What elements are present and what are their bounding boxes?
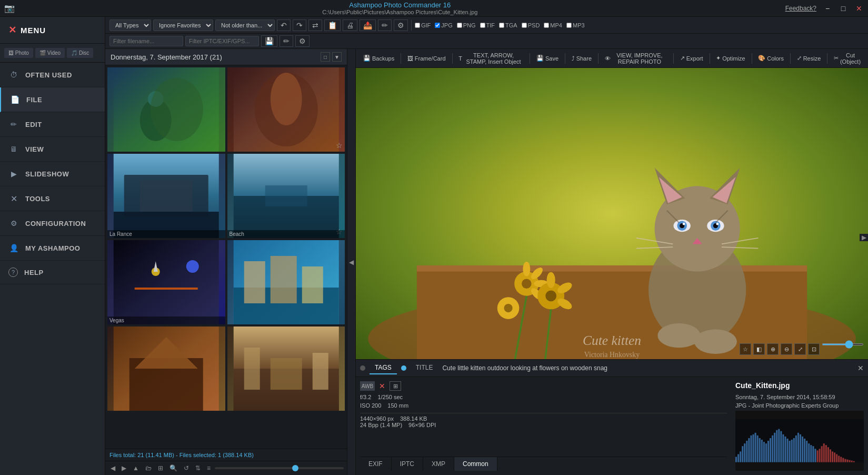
preview-star-button[interactable]: ☆ <box>740 343 751 355</box>
nav-sort-button[interactable]: ⇅ <box>193 463 203 473</box>
photo-item-8[interactable] <box>227 326 345 411</box>
feedback-link[interactable]: Feedback? <box>785 5 816 12</box>
gif-check[interactable]: GIF <box>415 22 431 28</box>
preview-btn4[interactable]: ⤢ <box>794 343 806 355</box>
iptc-tab[interactable]: IPTC <box>392 457 423 471</box>
nav-filter-button[interactable]: ≡ <box>205 463 213 473</box>
preview-btn1[interactable]: ◧ <box>753 343 765 355</box>
filter-filename-input[interactable] <box>109 36 183 46</box>
date-collapse-button[interactable]: □ <box>321 52 330 62</box>
title-dot-icon <box>401 365 406 371</box>
save-button[interactable]: 💾 Save <box>533 53 562 63</box>
xmp-tab[interactable]: XMP <box>423 457 454 471</box>
photo-item-2[interactable]: ☆ <box>227 67 345 152</box>
menu-close-icon[interactable]: ✕ <box>8 24 16 36</box>
preview-zoom-slider[interactable] <box>822 343 864 345</box>
nav-refresh-button[interactable]: ↺ <box>182 463 191 473</box>
export-icon-button[interactable]: ⇄ <box>308 19 322 31</box>
colors-button[interactable]: 🎨 Colors <box>755 53 787 63</box>
mp3-check[interactable]: MP3 <box>566 22 585 28</box>
photo-item-5[interactable]: Vegas <box>107 240 225 324</box>
preview-btn5[interactable]: ⊡ <box>808 343 820 355</box>
preview-btn3[interactable]: ⊖ <box>781 343 792 355</box>
photo-item-4[interactable]: ☆ Beach <box>227 154 345 238</box>
sidebar-btn3[interactable]: 🎵 Disc <box>67 48 93 58</box>
rotate-right-button[interactable]: ↷ <box>293 19 306 31</box>
sidebar-item-my-ashampoo[interactable]: 👤 MY ASHAMPOO <box>0 236 105 261</box>
photo-item-3[interactable]: La Rance <box>107 154 225 238</box>
cut-object-button[interactable]: ✂ Cut (Object) <box>831 51 864 66</box>
backups-button[interactable]: 💾 Backups <box>360 53 397 63</box>
jpg-check[interactable]: JPG <box>435 22 452 28</box>
share-toolbar-button[interactable]: 📤 <box>360 19 376 31</box>
photo-item-1[interactable] <box>107 67 225 152</box>
sidebar-item-slideshow[interactable]: ▶ SLIDESHOW <box>0 162 105 186</box>
folder-nav-button[interactable]: 💾 <box>261 35 277 47</box>
favorites-dropdown[interactable]: Ignore Favorites <box>153 19 213 31</box>
sidebar-item-view[interactable]: 🖥 VIEW <box>0 137 105 162</box>
crop-button[interactable]: ⊞ <box>390 381 401 391</box>
filter-apply-button[interactable]: ⚙ <box>295 35 310 47</box>
png-check[interactable]: PNG <box>457 22 476 28</box>
edit-filter-button[interactable]: ✏ <box>280 35 293 47</box>
export-button[interactable]: ↗ Export <box>677 53 706 63</box>
restore-button[interactable]: □ <box>839 4 848 13</box>
preview-expand-button[interactable]: ▶ <box>860 234 868 241</box>
date-dropdown[interactable]: Not older than... <box>215 19 275 31</box>
nav-folder-button[interactable]: 🗁 <box>143 463 154 473</box>
psd-check[interactable]: PSD <box>522 22 540 28</box>
rotate-left-button[interactable]: ↶ <box>277 19 291 31</box>
nav-grid-button[interactable]: ⊞ <box>156 463 165 473</box>
optimize-button[interactable]: ✦ Optimize <box>713 53 748 63</box>
info-close-button[interactable]: ✕ <box>857 364 864 372</box>
mp4-check[interactable]: MP4 <box>544 22 562 28</box>
sidebar-item-file[interactable]: 📄 FILE <box>0 87 105 112</box>
date-expand-button[interactable]: ▼ <box>332 52 342 62</box>
preview-btn2[interactable]: ⊕ <box>767 343 779 355</box>
zoom-slider-thumb[interactable] <box>292 465 298 471</box>
app-body: ✕ MENU 🖼 Photo 🎬 Video 🎵 Disc ⏱ OFTEN US… <box>0 17 868 475</box>
svg-rect-106 <box>797 433 799 462</box>
common-tab[interactable]: Common <box>454 457 497 471</box>
edit-toolbar-button[interactable]: ✏ <box>378 19 392 31</box>
svg-rect-117 <box>821 446 823 462</box>
sidebar-item-tools[interactable]: ✕ TOOLS <box>0 186 105 211</box>
minimize-button[interactable]: − <box>823 4 832 13</box>
svg-rect-35 <box>417 265 807 272</box>
nav-next-button[interactable]: ▶ <box>119 463 128 473</box>
photo-grid-container[interactable]: ☆ La Rance ☆ <box>105 65 347 449</box>
sidebar-item-often-used[interactable]: ⏱ OFTEN USED <box>0 63 105 87</box>
nav-prev-button[interactable]: ◀ <box>108 463 117 473</box>
sidebar-item-configuration[interactable]: ⚙ CONFIGURATION <box>0 211 105 236</box>
nav-up-button[interactable]: ▲ <box>131 463 141 473</box>
filter-iptc-input[interactable] <box>185 36 259 46</box>
info-tab-tags[interactable]: TAGS <box>370 362 397 374</box>
view-improve-button[interactable]: 👁 VIEW, IMPROVE, REPAIR PHOTO <box>602 51 670 66</box>
photo-item-6[interactable] <box>227 240 345 324</box>
type-dropdown[interactable]: All Types <box>109 19 151 31</box>
sidebar-btn1[interactable]: 🖼 Photo <box>4 48 33 58</box>
zoom-slider[interactable] <box>215 467 344 469</box>
photo-star-2[interactable]: ☆ <box>336 141 343 150</box>
sidebar-item-edit[interactable]: ✏ EDIT <box>0 112 105 137</box>
resize-button[interactable]: ⤢ Resize <box>794 53 824 63</box>
sidebar-btn2[interactable]: 🎬 Video <box>35 48 65 58</box>
frame-card-button[interactable]: 🖼 Frame/Card <box>404 54 449 63</box>
info-tab-title[interactable]: TITLE <box>411 362 438 374</box>
text-arrow-button[interactable]: T TEXT, ARROW, STAMP, Insert Object <box>455 51 526 66</box>
panel-collapse-button[interactable]: ◀ <box>347 49 356 475</box>
share-button[interactable]: ⤴ Share <box>568 54 595 63</box>
copy-button[interactable]: 📋 <box>324 19 341 31</box>
settings-button[interactable]: ⚙ <box>394 19 408 31</box>
close-button[interactable]: ✕ <box>854 4 864 13</box>
photo-item-7[interactable] <box>107 326 225 411</box>
exif-tab[interactable]: EXIF <box>360 457 392 471</box>
tga-check[interactable]: TGA <box>499 22 517 28</box>
print-button[interactable]: 🖨 <box>343 19 357 31</box>
sidebar-item-help[interactable]: ? HELP <box>0 261 105 284</box>
nav-search-button[interactable]: 🔍 <box>167 463 179 473</box>
svg-rect-102 <box>789 441 791 462</box>
tif-check[interactable]: TIF <box>480 22 495 28</box>
info-body: AWB ✕ ⊞ f/3.2 1/250 sec ISO 200 150 mm <box>356 377 868 475</box>
awb-close-icon[interactable]: ✕ <box>379 382 385 390</box>
